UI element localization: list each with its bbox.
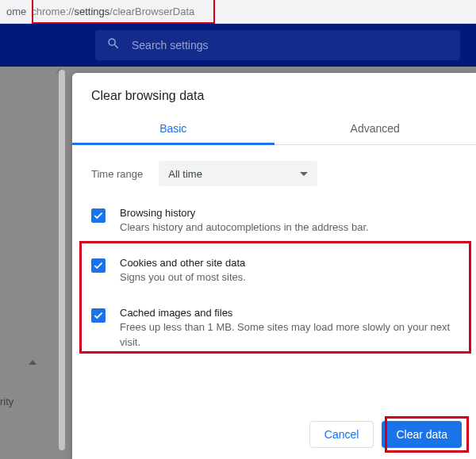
home-label: ome [6,6,31,17]
options-list: Browsing history Clears history and auto… [72,193,476,361]
option-desc: Frees up less than 1 MB. Some sites may … [120,320,457,349]
option-title: Browsing history [120,207,457,219]
option-title: Cached images and files [120,307,457,319]
time-range-value: All time [168,168,202,180]
time-range-select[interactable]: All time [159,161,317,186]
tab-basic[interactable]: Basic [72,114,274,145]
url-text: chrome://settings/clearBrowserData [31,6,194,17]
sidebar-collapse-icon[interactable] [29,360,36,365]
checkbox-browsing-history[interactable] [91,208,106,223]
checkbox-cached[interactable] [91,308,106,323]
option-cached: Cached images and files Frees up less th… [91,296,457,360]
settings-header [0,24,476,67]
search-icon [106,36,121,54]
option-browsing-history: Browsing history Clears history and auto… [91,196,457,246]
option-cookies: Cookies and other site data Signs you ou… [91,246,457,296]
dialog-buttons: Cancel Clear data [309,421,462,448]
time-range-label: Time range [91,168,143,180]
address-bar[interactable]: ome chrome://settings/clearBrowserData [0,0,476,24]
option-title: Cookies and other site data [120,257,457,269]
clear-browsing-data-dialog: Clear browsing data Basic Advanced Time … [72,73,476,459]
clear-data-button[interactable]: Clear data [382,421,462,448]
time-range-row: Time range All time [72,145,476,193]
chevron-down-icon [300,172,308,176]
option-desc: Clears history and autocompletions in th… [120,220,457,235]
search-input[interactable] [132,39,449,52]
tab-advanced[interactable]: Advanced [274,114,477,144]
option-desc: Signs you out of most sites. [120,270,457,285]
scrollbar[interactable] [59,70,65,450]
search-settings-field[interactable] [95,30,460,60]
dialog-title: Clear browsing data [72,73,476,114]
dialog-tabs: Basic Advanced [72,114,476,145]
checkbox-cookies[interactable] [91,258,106,273]
cancel-button[interactable]: Cancel [309,421,374,448]
sidebar-item-security[interactable]: rity [0,396,13,407]
